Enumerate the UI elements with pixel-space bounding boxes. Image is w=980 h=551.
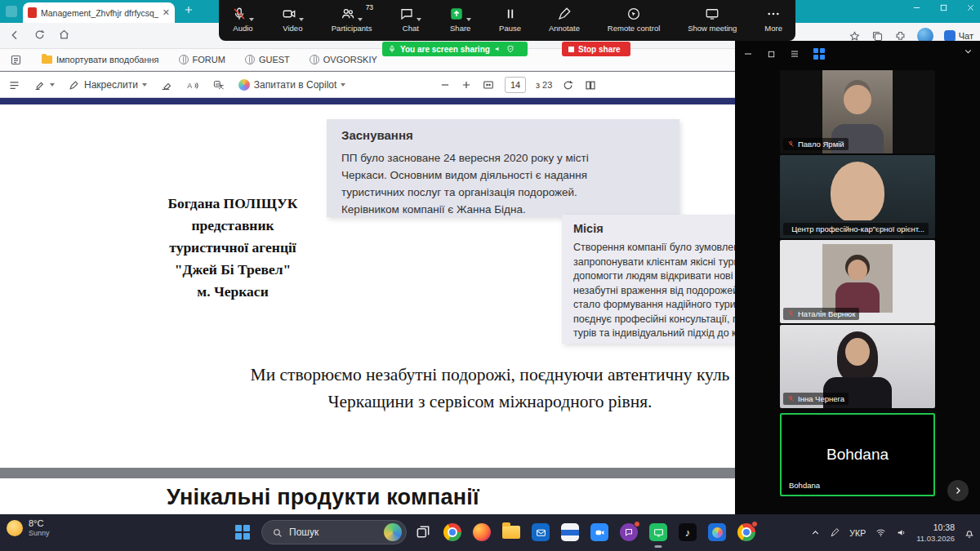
zoom-app-icon[interactable]	[590, 522, 609, 542]
chevron-down-icon[interactable]	[466, 18, 471, 21]
participant-tile-pavlo[interactable]: Павло Ярмій	[780, 70, 935, 153]
taskbar-weather-widget[interactable]: 8°C Sunny	[7, 518, 50, 538]
notification-bell-icon[interactable]	[964, 527, 975, 539]
browser-tab[interactable]: Management_Zhvfhjr dfrfycsq_2... ✕	[23, 2, 175, 23]
highlighter-icon	[33, 79, 46, 91]
zoom-share-button[interactable]: Share	[449, 7, 471, 33]
language-indicator[interactable]: УКР	[849, 528, 866, 538]
eraser-icon[interactable]	[160, 79, 172, 91]
svg-text:A: A	[187, 81, 192, 89]
home-icon[interactable]	[58, 29, 70, 42]
zoom-in-icon[interactable]	[461, 79, 472, 91]
chrome-browser-icon[interactable]	[443, 522, 462, 542]
chevron-down-icon	[50, 83, 55, 87]
stop-share-button[interactable]: Stop share	[562, 42, 630, 56]
back-icon[interactable]	[8, 29, 21, 42]
panel-minimize-icon[interactable]	[743, 49, 753, 59]
founding-title: Заснування	[341, 128, 665, 142]
mic-muted-icon	[787, 310, 795, 318]
panel-list-view-icon[interactable]	[790, 49, 800, 59]
chrome-profile-icon[interactable]	[737, 522, 756, 542]
zoom-audio-button[interactable]: Audio	[232, 7, 254, 33]
edge-chat-button[interactable]: Чат	[944, 30, 973, 42]
zoom-more-button[interactable]: More	[764, 7, 782, 33]
workspace-icon[interactable]	[6, 6, 17, 17]
window-minimize-icon[interactable]	[912, 3, 921, 12]
clock-date: 11.03.2026	[916, 533, 955, 544]
panel-grid-view-icon[interactable]	[813, 48, 825, 60]
stop-icon	[568, 47, 574, 52]
rotate-icon[interactable]	[562, 79, 574, 91]
draw-button[interactable]: Накреслити	[68, 79, 147, 91]
participant-name-tag: Інна Чернега	[783, 393, 849, 405]
weather-temp: 8°C	[29, 518, 50, 529]
chevron-down-icon[interactable]	[299, 18, 304, 21]
copilot-icon	[238, 79, 250, 91]
new-tab-icon[interactable]	[183, 4, 194, 16]
chevron-down-icon[interactable]	[249, 18, 254, 21]
clock-time: 10:38	[916, 522, 955, 533]
bookmark-forum[interactable]: FORUM	[179, 55, 225, 64]
reload-icon[interactable]	[33, 29, 46, 42]
zoom-show-meeting-button[interactable]: Show meeting	[688, 7, 737, 33]
zoom-pause-button[interactable]: Pause	[499, 7, 521, 33]
panel-collapse-icon[interactable]	[963, 46, 973, 56]
participant-tile-inna[interactable]: Інна Чернега	[780, 325, 935, 408]
tiktok-app-icon[interactable]: ♪	[678, 522, 697, 542]
chevron-down-icon[interactable]	[358, 18, 363, 21]
participant-tile-bohdana-active[interactable]: Bohdana Bohdana	[780, 413, 935, 496]
pen-tray-icon[interactable]	[830, 527, 840, 538]
copilot-button[interactable]: Запитати в Copilot	[238, 79, 346, 91]
chevron-down-icon[interactable]	[416, 18, 421, 21]
zoom-remote-control-button[interactable]: Remote control	[608, 7, 660, 33]
taskbar-clock[interactable]: 10:38 11.03.2026	[916, 522, 955, 544]
volume-icon	[494, 45, 502, 53]
taskbar-search[interactable]: Пошук	[261, 520, 407, 544]
window-maximize-icon[interactable]	[939, 3, 948, 12]
page-view-icon[interactable]	[584, 79, 597, 91]
firefox-browser-icon[interactable]	[472, 522, 492, 542]
zoom-participants-button[interactable]: 73 Participants	[332, 7, 372, 33]
volume-icon[interactable]	[896, 527, 907, 538]
notification-dot	[751, 521, 758, 527]
participant-tile-natalia[interactable]: Наталія Вернюк	[780, 240, 935, 323]
zoom-video-button[interactable]: Video	[282, 7, 304, 33]
task-view-icon[interactable]	[413, 522, 433, 542]
bookmark-import-favorites[interactable]: Імпортувати вподобання	[42, 55, 159, 64]
file-explorer-icon[interactable]	[501, 522, 521, 542]
tray-chevron-up-icon[interactable]	[810, 527, 821, 538]
zoom-chat-button[interactable]: Chat	[399, 7, 421, 33]
viber-app-icon[interactable]	[619, 522, 639, 542]
wifi-icon[interactable]	[875, 527, 887, 538]
reading-list-icon[interactable]	[10, 54, 22, 66]
mic-muted-icon	[787, 395, 795, 402]
participant-tile-center[interactable]: Центр професійно-кар"єрної орієнт...	[780, 155, 935, 238]
highlighter-button[interactable]	[33, 79, 55, 91]
photos-app-icon[interactable]	[707, 522, 727, 542]
read-aloud-icon[interactable]: A	[185, 79, 199, 91]
translate-icon[interactable]: ab	[212, 79, 225, 91]
tab-close-icon[interactable]: ✕	[163, 8, 170, 17]
window-close-icon[interactable]	[966, 3, 975, 12]
calendar-app-icon[interactable]	[560, 522, 580, 542]
bookmark-ovgorskiy[interactable]: OVGORSKIY	[310, 55, 377, 64]
toc-icon[interactable]	[8, 79, 20, 91]
zoom-out-icon[interactable]	[439, 79, 451, 91]
tab-title: Management_Zhvfhjr dfrfycsq_2...	[41, 8, 158, 18]
start-button[interactable]	[235, 525, 250, 540]
next-participants-page-icon[interactable]	[947, 480, 969, 501]
mic-muted-icon	[232, 7, 247, 21]
fit-page-icon[interactable]	[482, 79, 495, 91]
mail-app-icon[interactable]	[531, 522, 550, 542]
panel-fullscreen-icon[interactable]	[767, 50, 776, 59]
participant-name-tag: Наталія Вернюк	[783, 308, 859, 320]
bookmark-guest[interactable]: GUEST	[245, 55, 290, 64]
annotate-pen-icon	[557, 7, 572, 21]
participants-count-badge: 73	[366, 3, 373, 11]
participant-name-tag: Bohdana	[785, 479, 824, 491]
desktop: Management_Zhvfhjr dfrfycsq_2... ✕ Файл …	[0, 0, 980, 551]
page-number-input[interactable]	[505, 77, 526, 93]
globe-icon	[245, 55, 255, 64]
zoom-annotate-button[interactable]: Annotate	[549, 7, 580, 33]
screen-share-app-icon[interactable]	[648, 522, 668, 542]
